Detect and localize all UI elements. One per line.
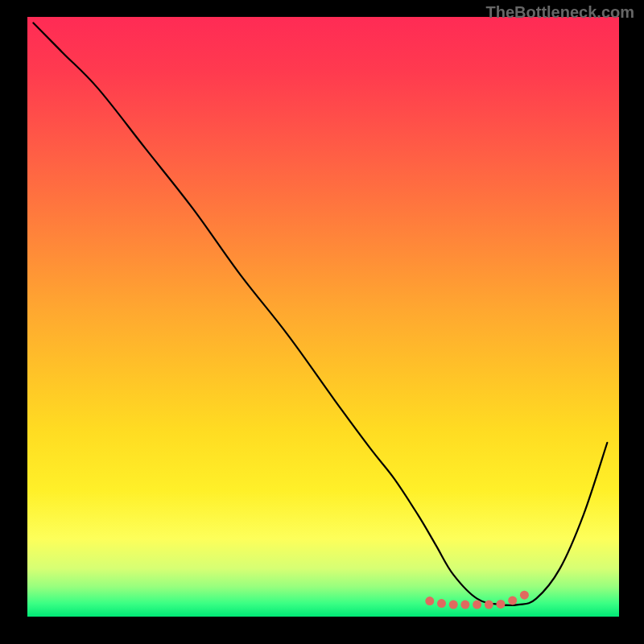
valley-dot [425,597,434,605]
valley-dot [460,601,469,609]
valley-markers [425,591,529,609]
valley-dot [485,601,493,609]
valley-dot [473,601,481,609]
valley-dot [437,599,446,608]
valley-dot [508,596,517,605]
chart-svg [27,17,619,617]
watermark-text: TheBottleneck.com [486,3,634,22]
bottleneck-curve [33,23,607,606]
plot-area [27,17,619,617]
valley-dot [520,591,529,600]
valley-dot [449,601,458,609]
valley-dot [497,600,506,609]
